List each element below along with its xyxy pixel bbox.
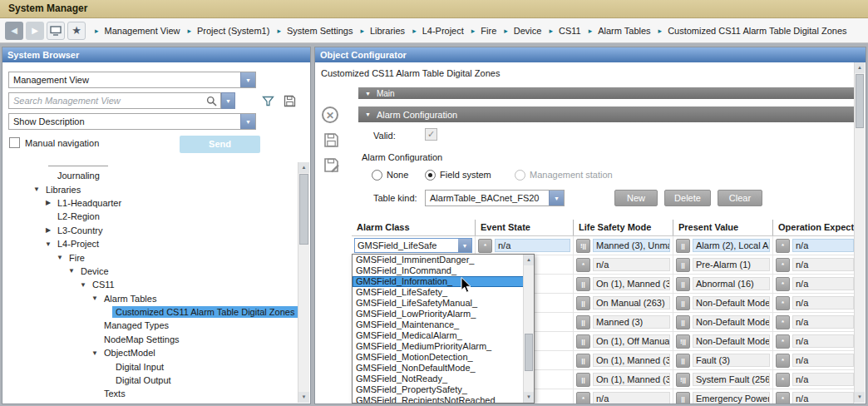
filter-button[interactable] [262,95,274,107]
tree-item-label[interactable]: L4-Project [54,238,102,250]
cell-value[interactable]: n/a [495,239,570,252]
expander-expanded-icon[interactable] [77,281,89,289]
cell-option-button[interactable]: || [576,277,590,291]
tree-item-label[interactable]: CS11 [89,279,118,290]
cell-value[interactable]: Pre-Alarm (1) [693,258,770,271]
cell-option-button[interactable]: * [576,258,590,272]
breadcrumb-label[interactable]: Fire [481,26,496,36]
cell-option-button[interactable]: || [676,239,690,253]
cell-option-button[interactable]: || [576,354,590,368]
tree-item[interactable]: Libraries [2,182,298,196]
search-input[interactable] [9,95,203,106]
cell-option-button[interactable]: || [676,296,690,310]
tree-item[interactable]: L1-Headquarter [2,196,298,210]
cell-value[interactable]: Alarm (2), Local Ala [693,239,770,252]
cell-option-button[interactable]: || [676,315,690,329]
expander-expanded-icon[interactable] [89,349,101,357]
cell-value[interactable]: Manned (3), Unma [593,239,670,252]
cell-option-button[interactable]: || [576,334,590,349]
description-selector-dropdown[interactable]: Show Description ▼ [8,113,256,130]
cell-option-button[interactable]: * [478,239,492,253]
tree-item-label[interactable]: Device [77,265,112,277]
cell-value[interactable]: n/a [792,239,854,252]
dropdown-item[interactable]: GMSField_NonDefaultMode_ [353,363,534,374]
cell-value[interactable]: Non-Default Mode [693,315,770,329]
save-as-button[interactable] [323,157,339,173]
expander-expanded-icon[interactable] [89,295,101,302]
breadcrumb-item[interactable]: ▸Project (System1) [187,26,269,36]
cell-option-button[interactable]: !|| [676,373,690,387]
save-button[interactable] [323,132,339,148]
breadcrumb-item[interactable]: ▸CS11 [549,26,580,36]
cell-value[interactable]: On (1), Manned (3) [593,373,670,386]
cell-value[interactable]: n/a [792,354,854,367]
expander-collapsed-icon[interactable] [42,199,54,206]
tree-scrollbar[interactable] [298,162,309,403]
radio-field-system-label[interactable]: Field system [440,170,491,180]
scroll-up-icon[interactable] [524,255,534,265]
tree-item-label[interactable]: Journaling [54,170,103,181]
cell-option-button[interactable]: * [576,392,590,404]
configurator-scrollbar[interactable] [854,62,865,403]
cell-option-button[interactable]: || [676,277,690,291]
cell-value[interactable]: n/a [792,373,854,386]
tree-item[interactable]: ObjectModel [2,346,298,359]
breadcrumb-item[interactable]: ▸Libraries [360,26,405,36]
view-selector-dropdown[interactable]: Management View ▼ [8,72,256,88]
scroll-up-icon[interactable] [855,62,865,73]
cell-option-button[interactable]: * [776,277,790,291]
expander-expanded-icon[interactable] [66,267,77,275]
save-view-button[interactable] [284,95,296,107]
new-button[interactable]: New [614,190,658,206]
chevron-down-icon[interactable]: ▼ [458,239,471,252]
alarm-class-combobox[interactable]: GMSField_LifeSafe ▼ [354,238,472,253]
breadcrumb-label[interactable]: System Settings [287,26,353,36]
cell-option-button[interactable]: || [676,354,690,368]
favorites-button[interactable]: ★ [67,22,86,40]
cell-option-button[interactable]: || [576,315,590,329]
breadcrumb-item[interactable]: ▸L4-Project [412,26,464,36]
cell-option-button[interactable]: * [776,296,790,310]
manual-navigation-checkbox[interactable] [9,137,20,148]
valid-checkbox[interactable]: ✓ [425,128,437,141]
tree-item[interactable]: L2-Region [2,210,298,223]
tree-item-label[interactable]: Texts [101,388,129,399]
scroll-down-icon[interactable] [298,392,309,403]
cell-value[interactable]: On (1), Off Manual [593,334,670,348]
cell-option-button[interactable]: * [776,373,790,387]
breadcrumb-item[interactable]: ▸Fire [471,26,496,36]
radio-field-system[interactable] [425,170,436,181]
expander-expanded-icon[interactable] [42,240,54,248]
show-in-view-button[interactable] [47,22,65,40]
collapse-arrow-icon[interactable]: ▼ [365,91,371,97]
dropdown-item[interactable]: GMSField_MotionDetection_ [353,352,534,363]
breadcrumb-label[interactable]: Libraries [370,26,405,36]
expander-expanded-icon[interactable] [54,254,66,261]
tree-item-label[interactable]: L2-Region [54,210,103,222]
expander-collapsed-icon[interactable] [42,226,54,234]
tree-item-label[interactable]: Managed Types [101,319,172,331]
cell-value[interactable]: n/a [792,392,854,404]
scrollbar-thumb[interactable] [525,334,533,371]
radio-none[interactable] [372,170,382,181]
breadcrumb-label[interactable]: Alarm Tables [598,26,650,36]
cell-option-button[interactable]: || [676,392,690,404]
tree-item[interactable]: L3-Country [2,224,298,237]
dropdown-item-highlighted[interactable]: GMSField_Information_ [353,276,534,287]
tree-item-label[interactable]: L1-Headquarter [54,197,125,209]
tree-item[interactable]: Texts [2,387,298,400]
breadcrumb-label[interactable]: L4-Project [422,26,464,36]
cell-option-button[interactable]: * [776,334,790,349]
dropdown-item[interactable]: GMSField_MedicalAlarm_ [353,330,534,341]
cell-value[interactable]: Non-Default Mode [693,334,770,348]
tree-item-clipped[interactable] [2,162,298,169]
breadcrumb-item[interactable]: ▸Customized CS11 Alarm Table Digital Zon… [658,26,847,36]
breadcrumb-label[interactable]: CS11 [559,26,581,36]
breadcrumb-label[interactable]: Management View [105,26,180,36]
search-options-dropdown-button[interactable]: ▼ [221,92,235,109]
tree-item[interactable]: L4-Project [2,237,298,250]
scrollbar-thumb[interactable] [856,74,864,128]
tree-item-label[interactable]: L3-Country [54,225,106,236]
cell-option-button[interactable]: * [776,392,790,404]
dropdown-item[interactable]: GMSField_LowPriorityAlarm_ [353,309,534,319]
